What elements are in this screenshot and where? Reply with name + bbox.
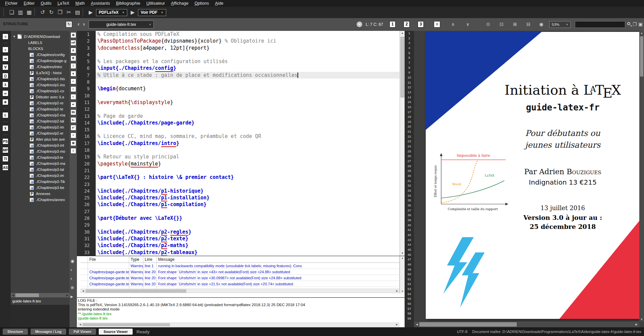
tree-item[interactable]: ./Chapitres/p2-tal <box>11 118 70 124</box>
tree-item[interactable]: ./Chapitres/p1-his <box>11 76 70 82</box>
pdf-line-number[interactable]: 18 <box>405 114 414 119</box>
align-left-icon[interactable]: ≡ <box>71 79 76 84</box>
pdf-line-strip[interactable]: 1234567891011121314151617181920212223242… <box>405 31 414 322</box>
undo-icon[interactable]: ↺ <box>38 8 47 16</box>
pdf-line-number[interactable]: 36 <box>405 203 414 208</box>
paste-icon[interactable]: ▤ <box>73 8 82 16</box>
left-delimiters-tab[interactable]: (]. <box>2 112 8 118</box>
tree-item[interactable]: ./Chapitres/intro <box>11 64 70 70</box>
editor-line[interactable]: 31\include{./Chapitres/p2-texte} <box>77 235 400 242</box>
metapost-tab[interactable]: MP <box>2 147 8 153</box>
pdf-line-number[interactable]: 20 <box>405 124 414 129</box>
message-row[interactable]: Warningline 1running in backwards compat… <box>81 263 400 269</box>
misc-math-tab[interactable]: ∀ <box>2 64 8 70</box>
scrollbar-thumb[interactable] <box>640 36 643 77</box>
pdf-line-number[interactable]: 43 <box>405 238 414 243</box>
pdf-line-number[interactable]: 4 <box>405 46 414 51</box>
unicode-tab[interactable]: x̂ <box>2 125 8 131</box>
align-right-icon[interactable]: ≡ <box>71 94 76 100</box>
status-tab-source-viewer[interactable]: Source Viewer <box>99 329 132 335</box>
run-compile-icon[interactable]: ▶ <box>87 9 95 15</box>
play-log-icon[interactable]: ▶ <box>71 295 73 298</box>
scroll-down-icon[interactable]: ▼ <box>400 289 405 293</box>
editor-line[interactable]: 25\include{./Chapitres/p1-installation} <box>77 194 400 201</box>
scroll-left-icon[interactable]: ◀ <box>81 289 85 293</box>
align-center-icon[interactable]: ≡ <box>71 86 76 92</box>
redo-icon[interactable]: ↻ <box>47 8 56 16</box>
scrollbar-thumb[interactable] <box>83 323 170 326</box>
tree-item[interactable]: ./Chapitres/p2-ma <box>11 112 70 118</box>
pdf-line-number[interactable]: 35 <box>405 198 414 203</box>
tree-item[interactable]: ./Chapitres/p3-be <box>11 185 70 191</box>
stop-icon[interactable]: ✕ <box>357 21 362 27</box>
copy-icon[interactable]: ❐ <box>56 8 64 16</box>
tree-item[interactable]: PAnnexes <box>11 191 70 197</box>
page-mode-3-button[interactable]: 3 <box>418 21 424 28</box>
scrollbar-thumb[interactable] <box>401 37 404 97</box>
pdf-line-number[interactable]: 55 <box>405 296 414 301</box>
emph-icon[interactable]: e <box>71 71 76 77</box>
expander-icon[interactable]: ▼ <box>13 35 16 38</box>
menu-item-options[interactable]: Options <box>191 0 212 7</box>
editor-line[interactable]: 6\input{./Chapitres/config} <box>77 65 400 71</box>
run-view-icon[interactable]: ▶ <box>129 9 137 15</box>
bold-icon[interactable]: B <box>71 55 76 61</box>
pdf-line-number[interactable]: 51 <box>405 277 414 282</box>
editor-line[interactable]: 28\part{Débuter avec \LaTeX{}} <box>77 215 400 222</box>
refresh-structure-icon[interactable]: ↻ <box>66 21 72 28</box>
tree-item[interactable]: ./Chapitres/p1-ins <box>11 82 70 88</box>
pdf-line-number[interactable]: 40 <box>405 223 414 228</box>
tikz-tab[interactable]: TI <box>2 156 8 162</box>
menu-item-assistants[interactable]: Assistants <box>88 0 113 7</box>
pdf-line-number[interactable]: 44 <box>405 242 414 247</box>
presentation-icon[interactable]: ◉ <box>539 21 543 27</box>
chevron-right-icon[interactable]: › <box>83 21 85 28</box>
editor-line[interactable]: 10 <box>77 92 400 99</box>
pdf-line-number[interactable]: 22 <box>405 134 414 139</box>
scroll-right-icon[interactable]: ▶ <box>634 322 639 327</box>
pdf-line-number[interactable]: 21 <box>405 129 414 134</box>
pdf-line-number[interactable]: 9 <box>405 70 414 75</box>
pdf-line-number[interactable]: 27 <box>405 159 414 164</box>
pdf-line-number[interactable]: 53 <box>405 287 414 292</box>
italic-icon[interactable]: i <box>71 63 76 69</box>
editor-line[interactable]: 18 <box>77 147 400 153</box>
pdf-line-number[interactable]: 11 <box>405 80 414 85</box>
menu-item-fichier[interactable]: Fichier <box>2 0 21 7</box>
pdf-line-number[interactable]: 13 <box>405 90 414 95</box>
pdf-line-number[interactable]: 34 <box>405 193 414 198</box>
editor-line[interactable]: 19% Retour au style principal <box>77 153 400 160</box>
frac-icon[interactable]: ÷ <box>71 133 76 138</box>
pdf-line-number[interactable]: 16 <box>405 105 414 110</box>
menu-item-bibliographie[interactable]: Bibliographie <box>113 0 143 7</box>
tree-item[interactable]: ▼D:\ADRIEN\Download <box>11 34 70 40</box>
pdf-line-number[interactable]: 49 <box>405 267 414 272</box>
pdf-line-number[interactable]: 42 <box>405 233 414 238</box>
scroll-left-icon[interactable]: ◀ <box>11 293 15 297</box>
editor-line[interactable]: 26\include{./Chapitres/p1-compilation} <box>77 201 400 208</box>
pdf-line-number[interactable]: 23 <box>405 139 414 144</box>
editor-line[interactable]: 12 <box>77 106 400 112</box>
pdf-line-number[interactable]: 47 <box>405 257 414 262</box>
code-editor[interactable]: 1% Compilation sous PDFLaTeX2\PassOption… <box>77 31 400 256</box>
pdf-line-number[interactable]: 25 <box>405 149 414 154</box>
tree-item[interactable]: PAller plus loin ave <box>11 136 70 142</box>
status-tab-structure[interactable]: Structure <box>3 329 28 335</box>
editor-line[interactable]: 11\everymath{\displaystyle} <box>77 99 400 106</box>
pdf-line-number[interactable]: 37 <box>405 208 414 213</box>
tree-item[interactable]: ./Chapitres/p2-er <box>11 130 70 136</box>
editor-line[interactable]: 15 <box>77 126 400 133</box>
tree-item[interactable]: ./Chapitres/p3-te <box>11 154 70 160</box>
misc-text-tab[interactable]: ✳ <box>2 99 8 105</box>
editor-line[interactable]: 29 <box>77 222 400 228</box>
eye-icon[interactable]: ◉ <box>71 258 74 263</box>
pdf-line-number[interactable]: 19 <box>405 119 414 125</box>
scroll-left-icon[interactable]: ◀ <box>78 323 82 326</box>
scroll-left-icon[interactable]: ◀ <box>415 322 419 327</box>
view-command-select[interactable]: Voir PDF ▼ <box>138 9 166 16</box>
status-tab-messages-log[interactable]: Messages / Log <box>31 329 66 335</box>
pdf-line-number[interactable]: 8 <box>405 65 414 70</box>
editor-line[interactable]: 17\include{./Chapitres/intro} <box>77 140 400 147</box>
editor-line[interactable]: 7% Utile à ce stade : gain de place et m… <box>77 72 400 79</box>
editor-line[interactable]: 23 <box>77 181 400 188</box>
